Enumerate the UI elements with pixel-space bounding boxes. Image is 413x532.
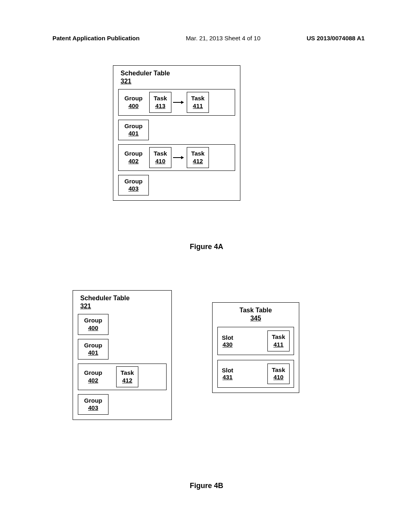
slot-row-430: Slot 430 Task 411 [217,327,294,355]
figure-4a: Scheduler Table 321 Group 400 Task 413 T… [113,65,240,201]
group-400-b: Group 400 [81,317,105,332]
slot-430: Slot 430 [222,334,233,348]
group-label: Group [84,397,102,404]
figure-4b: Scheduler Table 321 Group 400 Group 401 … [73,290,299,420]
task-ref: 411 [191,102,204,110]
group-ref: 403 [122,185,145,193]
group-ref: 401 [122,130,145,137]
task-ref: 410 [272,374,285,381]
task-table-title-text: Task Table [240,307,272,314]
group-402-b: Group 402 [81,369,105,384]
group-label: Group [84,369,102,376]
scheduler-table-4b-title: Scheduler Table 321 [78,295,167,310]
group-403-b: Group 403 [81,397,105,412]
header-right: US 2013/0074088 A1 [307,35,365,42]
group-row-400-b: Group 400 [78,314,108,335]
figure-4b-label: Figure 4B [0,482,413,490]
group-400: Group 400 [122,95,145,110]
task-ref: 412 [121,377,134,384]
arrow-icon [175,102,183,102]
group-row-403: Group 403 [118,175,149,196]
task-ref: 411 [272,341,285,349]
group-label: Group [84,342,102,349]
group-label: Group [125,150,143,157]
group-row-401: Group 401 [118,120,149,141]
group-ref: 400 [81,324,105,332]
task-label: Task [191,95,204,102]
task-411-b: Task 411 [267,330,290,351]
group-ref: 401 [81,349,105,357]
group-label: Group [84,317,102,324]
task-label: Task [272,333,285,340]
slot-ref: 431 [222,374,233,380]
slot-431: Slot 431 [222,367,233,380]
task-label: Task [154,150,167,157]
task-ref: 410 [154,158,167,165]
task-413: Task 413 [149,92,171,113]
header-left: Patent Application Publication [52,35,140,42]
header-center: Mar. 21, 2013 Sheet 4 of 10 [186,35,261,42]
scheduler-title-text: Scheduler Table [80,295,129,301]
scheduler-table-4a: Scheduler Table 321 Group 400 Task 413 T… [113,65,240,201]
group-row-402-b: Group 402 Task 412 [78,364,167,390]
group-label: Group [125,178,143,185]
group-401: Group 401 [122,123,145,138]
task-410: Task 410 [149,147,171,168]
arrow-icon [175,157,183,158]
page-header: Patent Application Publication Mar. 21, … [0,35,413,42]
group-row-402: Group 402 Task 410 Task 412 [118,144,235,171]
group-label: Group [125,123,143,129]
task-410-b: Task 410 [267,364,290,384]
task-label: Task [272,366,285,373]
slot-ref: 430 [222,341,233,348]
scheduler-title-ref: 321 [80,303,167,310]
figure-4a-label: Figure 4A [0,243,413,251]
scheduler-table-4a-title: Scheduler Table 321 [118,70,235,85]
group-row-401-b: Group 401 [78,339,108,360]
slot-label-text: Slot [222,334,233,341]
task-ref: 412 [191,158,204,165]
task-table-title-ref: 345 [217,315,294,322]
task-label: Task [191,150,204,157]
slot-row-431: Slot 431 Task 410 [217,360,294,388]
group-label: Group [125,95,143,102]
slot-label-text: Slot [222,367,233,374]
group-ref: 403 [81,404,105,412]
task-label: Task [121,369,134,376]
group-ref: 402 [81,377,105,384]
group-401-b: Group 401 [81,342,105,357]
task-table: Task Table 345 Slot 430 Task 411 Slot 43… [212,302,299,393]
task-ref: 413 [154,102,167,110]
task-label: Task [154,95,167,102]
group-row-403-b: Group 403 [78,394,108,415]
group-403: Group 403 [122,178,145,193]
scheduler-title-text: Scheduler Table [121,70,170,77]
scheduler-title-ref: 321 [121,78,235,85]
scheduler-table-4b: Scheduler Table 321 Group 400 Group 401 … [73,290,172,420]
group-ref: 400 [122,102,145,110]
task-412: Task 412 [187,147,209,168]
task-411: Task 411 [187,92,209,113]
group-ref: 402 [122,158,145,165]
task-table-title: Task Table 345 [217,307,294,322]
group-402: Group 402 [122,150,145,165]
group-row-400: Group 400 Task 413 Task 411 [118,89,235,116]
task-412-b: Task 412 [116,366,138,387]
